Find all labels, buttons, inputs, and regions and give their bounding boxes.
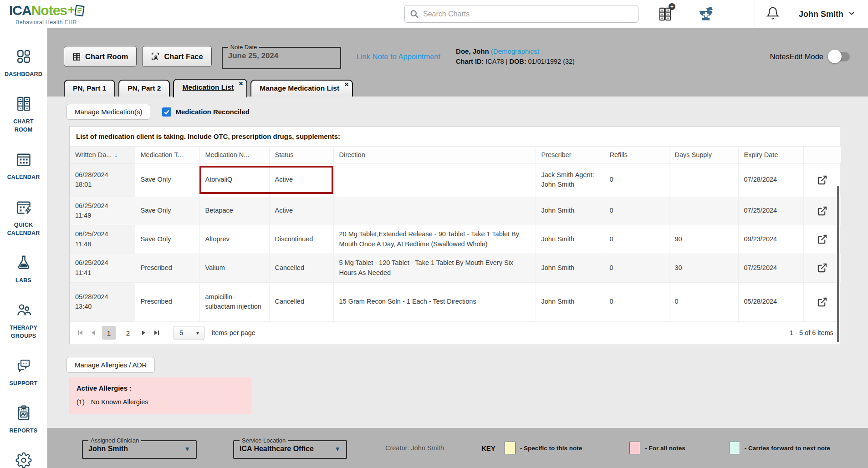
sidebar-item-support[interactable]: SUPPORT bbox=[0, 357, 47, 387]
creator-label: Creator: John Smith bbox=[385, 444, 444, 452]
service-location-label: Service Location bbox=[240, 437, 288, 444]
checkbox-checked-icon[interactable] bbox=[162, 107, 171, 117]
pager-range-label: 1 - 5 of 6 items bbox=[790, 329, 833, 336]
pager-previous-page-button[interactable] bbox=[90, 329, 97, 337]
assigned-clinician-value: John Smith bbox=[88, 445, 128, 453]
key-label: KEY bbox=[481, 444, 495, 452]
column-header-refills[interactable]: Refills bbox=[604, 147, 669, 163]
note-footer: Assigned Clinician John Smith ▼ Service … bbox=[47, 428, 868, 468]
close-tab-icon[interactable]: ✕ bbox=[344, 81, 349, 88]
chart-face-button-label: Chart Face bbox=[164, 52, 203, 61]
chart-room-icon bbox=[15, 96, 32, 114]
sidebar-item-calendar[interactable]: CALENDAR bbox=[0, 151, 47, 181]
pharmacy-mortar-button[interactable] bbox=[698, 6, 714, 24]
open-medication-icon[interactable] bbox=[809, 175, 836, 185]
pager-next-page-button[interactable] bbox=[140, 329, 147, 337]
pager-last-page-button[interactable] bbox=[153, 329, 161, 337]
patient-info: Doe, John (Demographics) Chart ID: ICA78… bbox=[456, 46, 575, 67]
support-chat-icon bbox=[15, 357, 32, 376]
search-input[interactable] bbox=[423, 10, 633, 18]
caret-down-icon: ▼ bbox=[184, 445, 190, 453]
open-medication-icon[interactable] bbox=[809, 263, 836, 273]
key-item-carries-forward: - Carries forward to next note bbox=[729, 442, 830, 454]
sidebar-item-dashboard[interactable]: DASHBOARD bbox=[0, 48, 47, 78]
sidebar-nav: DASHBOARD CHART ROOM CALENDAR QUICK CALE… bbox=[0, 28, 47, 468]
notes-edit-mode-toggle[interactable] bbox=[829, 52, 850, 61]
pager-first-page-button[interactable] bbox=[76, 329, 84, 337]
tab-pn-part-2[interactable]: PN, Part 2 bbox=[118, 80, 170, 97]
close-tab-icon[interactable]: ✕ bbox=[239, 80, 243, 87]
column-header-expiry-date[interactable]: Expiry Date bbox=[738, 147, 803, 163]
chart-face-button[interactable]: Chart Face bbox=[142, 46, 211, 67]
dob-label: DOB: bbox=[509, 58, 526, 65]
key-item-specific: - Specific to this note bbox=[505, 442, 582, 454]
notifications-bell-icon[interactable] bbox=[766, 6, 780, 22]
table-row[interactable]: 06/25/202411:48 Save Only Altoprev Disco… bbox=[70, 225, 841, 254]
sidebar-label: REPORTS bbox=[3, 427, 44, 435]
table-vertical-scrollbar[interactable] bbox=[837, 186, 839, 342]
sidebar-item-reports[interactable]: REPORTS bbox=[0, 405, 47, 435]
note-date-label: Note Date bbox=[228, 44, 260, 51]
medication-reconciled-checkbox-row[interactable]: Medication Reconciled bbox=[162, 107, 250, 117]
service-location-value: ICA Healthcare Office bbox=[240, 445, 314, 453]
link-note-to-appointment[interactable]: Link Note to Appointment bbox=[357, 52, 440, 61]
therapy-groups-icon bbox=[15, 302, 32, 320]
table-row[interactable]: 06/28/202418:01 Save Only AtorvaliQ Acti… bbox=[70, 163, 841, 197]
search-charts-box[interactable] bbox=[404, 5, 638, 23]
column-header-medication-type[interactable]: Medication T... bbox=[135, 147, 199, 163]
table-pager: 1 2 5 ▼ items per page 1 - 5 of 6 items bbox=[70, 322, 840, 344]
medication-reconciled-label: Medication Reconciled bbox=[175, 108, 250, 116]
column-header-medication-name[interactable]: Medication N... bbox=[199, 147, 269, 163]
assigned-clinician-dropdown[interactable]: Assigned Clinician John Smith ▼ bbox=[82, 437, 197, 459]
tab-manage-medication-list[interactable]: Manage Medication List ✕ bbox=[250, 80, 353, 97]
caret-down-icon: ▼ bbox=[334, 445, 341, 453]
open-medication-icon[interactable] bbox=[809, 234, 836, 244]
note-date-value[interactable]: June 25, 2024 bbox=[228, 51, 335, 61]
service-location-dropdown[interactable]: Service Location ICA Healthcare Office ▼ bbox=[233, 437, 347, 459]
user-name[interactable]: John Smith bbox=[799, 10, 843, 19]
open-medication-icon[interactable] bbox=[809, 297, 836, 307]
manage-allergies-button[interactable]: Manage Allergies / ADR bbox=[66, 357, 155, 373]
key-item-label: - Carries forward to next note bbox=[745, 445, 830, 452]
sidebar-item-chart-room[interactable]: CHART ROOM bbox=[0, 96, 47, 134]
key-yellow-swatch bbox=[505, 442, 516, 454]
page-size-dropdown[interactable]: 5 ▼ bbox=[174, 326, 204, 340]
table-row[interactable]: 06/25/202411:41 Prescribed Valium Cancel… bbox=[70, 254, 841, 282]
allergy-text: No Known Allergies bbox=[91, 398, 148, 406]
medication-table: Written Da...↓ Medication T... Medicatio… bbox=[70, 147, 841, 322]
pager-page-1-button[interactable]: 1 bbox=[102, 326, 116, 340]
column-header-days-supply[interactable]: Days Supply bbox=[669, 147, 738, 163]
sidebar-item-settings[interactable]: SETTINGS bbox=[0, 452, 47, 468]
plus-badge-icon: + bbox=[669, 3, 675, 10]
sidebar-item-labs[interactable]: LABS bbox=[0, 254, 47, 285]
calendar-icon bbox=[15, 151, 32, 169]
table-row[interactable]: 05/28/202413:40 Prescribed ampicillin-su… bbox=[70, 282, 841, 321]
column-label: Written Da... bbox=[75, 151, 112, 158]
medication-table-panel: List of medication client is taking. Inc… bbox=[69, 126, 840, 344]
note-date-field[interactable]: Note Date June 25, 2024 bbox=[222, 44, 341, 69]
add-chart-cabinet-button[interactable]: + bbox=[658, 6, 673, 24]
open-medication-icon[interactable] bbox=[809, 206, 836, 216]
tab-pn-part-1[interactable]: PN, Part 1 bbox=[64, 80, 115, 97]
column-header-direction[interactable]: Direction bbox=[333, 147, 536, 163]
tab-medication-list[interactable]: Medication List ✕ bbox=[173, 79, 247, 97]
chart-id-label: Chart ID: bbox=[456, 58, 484, 65]
key-pink-swatch bbox=[629, 442, 640, 454]
demographics-link[interactable]: (Demographics) bbox=[491, 47, 540, 55]
pager-page-2-button[interactable]: 2 bbox=[121, 326, 135, 340]
sort-descending-icon[interactable]: ↓ bbox=[114, 151, 117, 158]
chart-room-button[interactable]: Chart Room bbox=[64, 46, 137, 67]
sidebar-item-therapy-groups[interactable]: THERAPY GROUPS bbox=[0, 302, 47, 340]
column-header-written-date[interactable]: Written Da...↓ bbox=[70, 147, 135, 163]
tab-label: Medication List bbox=[182, 83, 234, 91]
logo-tagline: Behavioral Health EHR bbox=[15, 20, 86, 25]
sidebar-item-quick-calendar[interactable]: QUICK CALENDAR bbox=[0, 199, 47, 237]
sidebar-label: THERAPY GROUPS bbox=[3, 324, 44, 340]
column-header-status[interactable]: Status bbox=[269, 147, 333, 163]
toggle-knob bbox=[828, 50, 842, 63]
manage-medications-button[interactable]: Manage Medication(s) bbox=[66, 104, 150, 120]
table-row[interactable]: 06/25/202411:49 Save Only Betapace Activ… bbox=[70, 197, 841, 225]
column-header-prescriber[interactable]: Prescriber bbox=[536, 147, 604, 163]
note-tabs: PN, Part 1 PN, Part 2 Medication List ✕ … bbox=[47, 78, 868, 97]
user-menu[interactable]: John Smith bbox=[755, 0, 868, 28]
